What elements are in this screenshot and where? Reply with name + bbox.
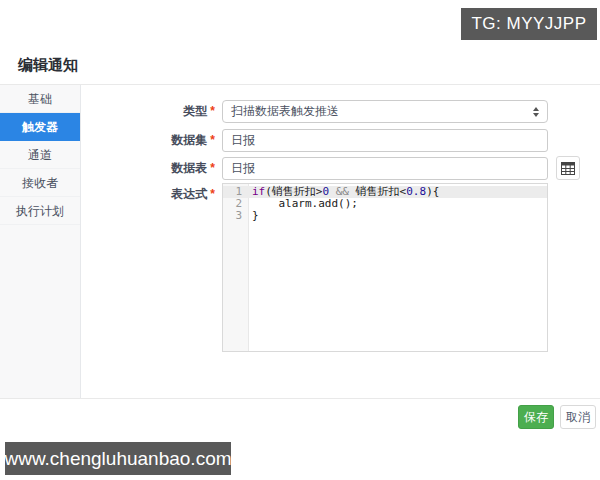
dataset-label: 数据集* (80, 129, 215, 152)
save-button[interactable]: 保存 (518, 405, 554, 429)
code-text: alarm.add(); (249, 198, 358, 210)
code-line: 2 alarm.add(); (223, 198, 547, 210)
sidebar-item-trigger[interactable]: 触发器 (0, 113, 80, 141)
type-label: 类型* (80, 100, 215, 123)
watermark-bottom-text: www.chengluhuanbao.com (4, 448, 231, 470)
required-marker: * (210, 161, 215, 175)
required-marker: * (210, 104, 215, 118)
sidebar-item-basic[interactable]: 基础 (0, 85, 80, 113)
datatable-label-text: 数据表 (171, 161, 207, 175)
type-label-text: 类型 (183, 104, 207, 118)
watermark-bottom-badge: www.chengluhuanbao.com (5, 442, 231, 475)
select-stepper-icon (533, 107, 539, 117)
cancel-button[interactable]: 取消 (560, 405, 596, 429)
datatable-label: 数据表* (80, 157, 215, 180)
choose-table-button[interactable] (556, 156, 580, 180)
panel-top-divider (0, 84, 600, 85)
type-select-value: 扫描数据表触发推送 (231, 103, 533, 120)
edit-notification-dialog: TG: MYYJJPP 编辑通知 基础触发器通道接收者执行计划 类型* 扫描数据… (0, 0, 600, 480)
sidebar-item-schedule[interactable]: 执行计划 (0, 197, 80, 225)
watermark-top-text: TG: MYYJJPP (471, 14, 586, 34)
sidebar: 基础触发器通道接收者执行计划 (0, 85, 80, 398)
expression-label: 表达式* (80, 183, 215, 206)
required-marker: * (210, 133, 215, 147)
dataset-input[interactable] (222, 129, 548, 152)
sidebar-item-receiver[interactable]: 接收者 (0, 169, 80, 197)
sidebar-item-channel[interactable]: 通道 (0, 141, 80, 169)
watermark-top-badge: TG: MYYJJPP (461, 8, 597, 40)
required-marker: * (210, 187, 215, 201)
expression-label-text: 表达式 (171, 187, 207, 201)
code-text: } (249, 210, 259, 222)
code-lines: 1if(销售折扣>0 && 销售折扣<0.8){2 alarm.add();3} (223, 184, 547, 222)
table-grid-icon (561, 162, 575, 175)
datatable-input[interactable] (222, 157, 548, 180)
line-number: 3 (223, 210, 249, 222)
footer-divider (0, 398, 600, 399)
dataset-label-text: 数据集 (171, 133, 207, 147)
page-title: 编辑通知 (18, 56, 78, 75)
type-select[interactable]: 扫描数据表触发推送 (222, 100, 548, 123)
expression-code-editor[interactable]: 1if(销售折扣>0 && 销售折扣<0.8){2 alarm.add();3} (222, 183, 548, 352)
code-line: 3} (223, 210, 547, 222)
